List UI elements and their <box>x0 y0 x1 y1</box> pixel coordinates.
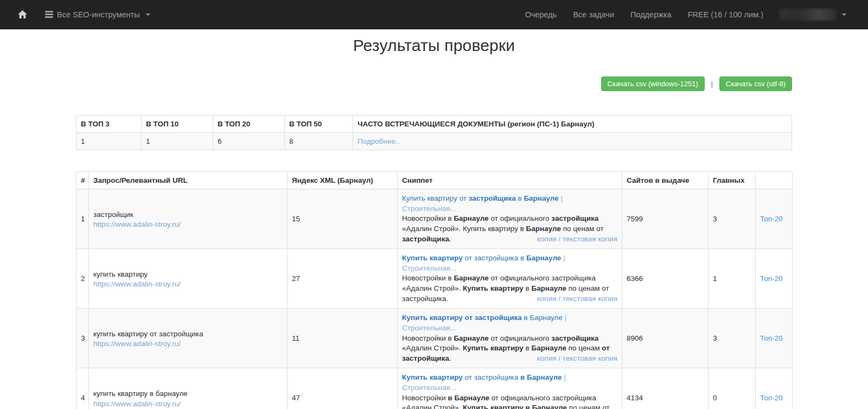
top20-link[interactable]: Топ-20 <box>760 215 783 223</box>
snippet-title-link[interactable]: Купить квартиру от застройщика в Барнаул… <box>402 194 617 214</box>
summary-header-top10: В ТОП 10 <box>142 116 213 133</box>
main-pages-count: 3 <box>709 309 756 368</box>
seo-tools-menu[interactable]: Все SEO-инструменты <box>37 10 158 19</box>
query-text: застройщик <box>93 209 283 220</box>
row-number: 2 <box>76 249 89 309</box>
relevant-url-link[interactable]: https://www.adalin-stroy.ru/ <box>93 280 181 288</box>
list-icon <box>45 10 53 19</box>
user-name-censored <box>780 9 836 21</box>
header-main-pages: Главных <box>709 172 756 189</box>
text-copy-link[interactable]: текстовая копия <box>563 295 617 303</box>
summary-values-row: 1 1 6 8 Подробнее.. <box>76 133 792 150</box>
copy-link[interactable]: копия <box>537 295 557 303</box>
download-bar: Скачать csv (windows-1251) | Скачать csv… <box>76 76 792 91</box>
results-table: # Запрос/Релевантный URL Яндекс XML (Бар… <box>76 171 793 409</box>
row-number: 4 <box>76 368 89 409</box>
details-link[interactable]: Подробнее.. <box>358 137 400 145</box>
sites-in-serp-count: 8906 <box>622 309 709 368</box>
sites-in-serp-count: 7599 <box>622 189 709 249</box>
page-title: Результаты проверки <box>76 36 792 55</box>
results-header-row: # Запрос/Релевантный URL Яндекс XML (Бар… <box>76 172 793 189</box>
summary-header-frequent-docs: ЧАСТО ВСТРЕЧАЮЩИЕСЯ ДОКУМЕНТЫ (регион (П… <box>353 116 792 133</box>
table-row: 3 купить квартиру от застройщика https:/… <box>76 309 793 368</box>
table-row: 2 купить квартиру https://www.adalin-str… <box>76 249 793 309</box>
download-csv-utf8-button[interactable]: Скачать csv (utf-8) <box>719 76 792 91</box>
snippet-copy-links: копия / текстовая копия <box>537 234 617 245</box>
nav-item-all-tasks[interactable]: Все задачи <box>565 10 622 19</box>
text-copy-link[interactable]: текстовая копия <box>563 235 617 243</box>
top20-link[interactable]: Топ-20 <box>760 394 783 402</box>
summary-value-top10: 1 <box>142 133 213 150</box>
top20-link[interactable]: Топ-20 <box>760 274 783 283</box>
query-text: купить квартиру в барнауле <box>93 388 283 399</box>
home-icon <box>18 10 27 18</box>
sites-in-serp-count: 4134 <box>622 368 709 409</box>
row-number: 1 <box>76 189 89 249</box>
sites-in-serp-count: 6366 <box>622 249 709 309</box>
nav-item-support[interactable]: Поддержка <box>622 10 680 19</box>
snippet-title-link[interactable]: Купить квартиру от застройщика в Барнаул… <box>402 373 617 393</box>
header-number: # <box>76 172 89 189</box>
nav-item-queue[interactable]: Очередь <box>517 10 565 19</box>
summary-value-top20: 6 <box>213 133 285 150</box>
snippet-copy-links: копия / текстовая копия <box>537 354 617 364</box>
copy-link[interactable]: копия <box>537 354 557 362</box>
button-divider: | <box>711 80 713 88</box>
main-pages-count: 1 <box>709 249 756 309</box>
chevron-down-icon <box>842 14 846 16</box>
snippet-cell: Купить квартиру от застройщика в Барнаул… <box>398 368 622 409</box>
summary-value-top50: 8 <box>285 133 353 150</box>
download-csv-windows1251-button[interactable]: Скачать csv (windows-1251) <box>601 76 705 91</box>
summary-header-top3: В ТОП 3 <box>76 116 142 133</box>
copy-link[interactable]: копия <box>537 235 557 243</box>
header-yandex-xml: Яндекс XML (Барнаул) <box>288 172 398 189</box>
query-text: купить квартиру <box>93 269 283 280</box>
header-empty <box>756 172 793 189</box>
xml-position: 27 <box>288 249 398 309</box>
top20-link[interactable]: Топ-20 <box>760 334 783 342</box>
home-button[interactable] <box>14 10 37 18</box>
table-row: 1 застройщик https://www.adalin-stroy.ru… <box>76 189 793 249</box>
relevant-url-link[interactable]: https://www.adalin-stroy.ru/ <box>93 400 181 408</box>
xml-position: 11 <box>288 309 398 368</box>
table-row: 4 купить квартиру в барнауле https://www… <box>76 368 793 409</box>
text-copy-link[interactable]: текстовая копия <box>563 354 617 362</box>
header-query-url: Запрос/Релевантный URL <box>89 172 288 189</box>
header-sites-count: Сайтов в выдаче <box>622 172 709 189</box>
summary-header-top50: В ТОП 50 <box>285 116 353 133</box>
xml-position: 47 <box>288 368 398 409</box>
xml-position: 15 <box>288 189 398 249</box>
header-snippet: Сниппет <box>398 172 622 189</box>
top-navbar: Все SEO-инструменты Очередь Все задачи П… <box>0 0 868 29</box>
snippet-cell: Купить квартиру от застройщика в Барнаул… <box>398 309 622 368</box>
summary-table: В ТОП 3 В ТОП 10 В ТОП 20 В ТОП 50 ЧАСТО… <box>76 115 792 150</box>
main-pages-count: 3 <box>709 189 756 249</box>
snippet-title-link[interactable]: Купить квартиру от застройщика в Барнаул… <box>402 313 617 333</box>
seo-tools-label: Все SEO-инструменты <box>57 10 140 19</box>
snippet-body: Новостройки в Барнауле от официального з… <box>402 393 617 409</box>
summary-header-row: В ТОП 3 В ТОП 10 В ТОП 20 В ТОП 50 ЧАСТО… <box>76 116 792 133</box>
relevant-url-link[interactable]: https://www.adalin-stroy.ru/ <box>93 340 181 348</box>
plan-limit-label[interactable]: FREE (16 / 100 лим.) <box>680 10 771 19</box>
main-pages-count: 0 <box>709 368 756 409</box>
snippet-cell: Купить квартиру от застройщика в Барнаул… <box>398 249 622 309</box>
chevron-down-icon <box>146 14 150 16</box>
row-number: 3 <box>76 309 89 368</box>
user-menu[interactable] <box>771 9 854 21</box>
summary-value-top3: 1 <box>76 133 142 150</box>
summary-header-top20: В ТОП 20 <box>213 116 285 133</box>
query-text: купить квартиру от застройщика <box>93 329 283 340</box>
snippet-cell: Купить квартиру от застройщика в Барнаул… <box>398 189 622 249</box>
snippet-title-link[interactable]: Купить квартиру от застройщика в Барнаул… <box>402 253 617 273</box>
relevant-url-link[interactable]: https://www.adalin-stroy.ru/ <box>93 220 181 228</box>
snippet-copy-links: копия / текстовая копия <box>537 294 617 304</box>
